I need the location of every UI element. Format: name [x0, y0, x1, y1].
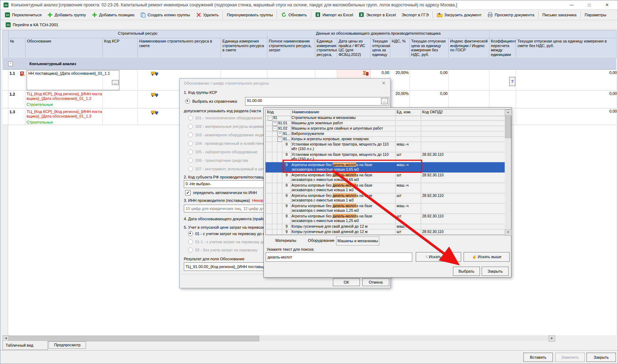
select-from-reference-radio[interactable] — [185, 99, 190, 104]
dialog-close-icon[interactable]: ✕ — [382, 80, 386, 86]
price-smeta-cell[interactable]: 0,00 — [516, 109, 618, 113]
scroll-up-icon[interactable]: ▲ — [505, 109, 511, 116]
ksr-group-option-radio[interactable] — [188, 149, 193, 154]
tree-item-unit: шт — [397, 173, 419, 177]
ksr-code-picker-button[interactable]: ... — [381, 98, 388, 104]
collapse-node-icon[interactable]: − — [273, 126, 277, 131]
select-button[interactable]: Выбрать — [453, 267, 480, 276]
tree-row[interactable]: 9Агрегаты копровые без дизель-молота на … — [266, 214, 505, 224]
tree-row[interactable]: −91Строительные машины и механизмы — [266, 115, 505, 121]
expand-node-icon[interactable]: + — [278, 132, 282, 136]
add-group-button[interactable]: Добавить группу — [44, 11, 89, 19]
tree-row[interactable]: +91...Вибропогружатели — [266, 131, 505, 137]
ok-button[interactable]: ОК — [333, 278, 360, 286]
transport-option-radio[interactable] — [188, 248, 193, 252]
ksr-group-option-radio[interactable] — [188, 141, 193, 146]
tree-row[interactable]: 9Агрегаты копровые без дизель-молота на … — [266, 172, 505, 183]
cancel-button[interactable]: Отмена — [362, 278, 389, 286]
maximize-button[interactable]: □ — [581, 0, 597, 10]
tree-row[interactable]: 9Установки копровые на базе трактора, мо… — [266, 152, 505, 163]
goto-ka-tsn-button[interactable]: КА Перейти в КА ТСН-2001 — [2, 21, 61, 29]
close-window-button[interactable]: Закрыть — [586, 353, 616, 362]
ksr-group-option-radio[interactable] — [188, 158, 193, 163]
transport-option-radio[interactable] — [188, 231, 193, 236]
close-picker-button[interactable]: Закрыть — [482, 267, 509, 276]
tree-leaf-code: 9 — [282, 183, 288, 188]
price-novat-cell[interactable]: 0,00 — [409, 70, 449, 75]
tree-item-okpd: 28.92.30.110 — [422, 193, 472, 198]
replace-button[interactable]: Заменить — [555, 353, 585, 362]
truck-icon[interactable] — [151, 71, 159, 76]
copy-group-button[interactable]: Создать копию группы — [137, 11, 193, 19]
collapse-node-icon[interactable]: − — [278, 137, 282, 142]
price-cell[interactable]: 0,00 — [370, 70, 391, 75]
tree-row[interactable]: −91.02Машины и агрегаты для свайных и шп… — [266, 126, 505, 131]
export-excel-button[interactable]: XЭкспорт в Excel — [356, 11, 399, 19]
horizontal-scrollbar[interactable]: ◀ ▶ — [2, 335, 555, 341]
truck-icon[interactable] — [151, 92, 159, 98]
customer-letter-button[interactable]: Письмо заказчика — [540, 11, 579, 18]
upload-document-button[interactable]: Загрузить документ — [434, 11, 484, 19]
tree-row[interactable]: −91...Копры и агрегаты копровые, кроме п… — [266, 136, 505, 142]
tab-equipment[interactable]: Оборудование — [304, 238, 339, 243]
tree-row[interactable]: 9Агрегаты копровые без дизель-молота на … — [266, 193, 505, 204]
search-up-button[interactable]: ☝ Искать выше — [464, 252, 510, 262]
insert-button[interactable]: Вставить — [523, 353, 553, 362]
basis-cell-editor[interactable]: НН поставщика}_{Дата обоснования}_01_1.1… — [27, 70, 119, 90]
view-tab-table[interactable]: Табличный вид — [2, 341, 48, 350]
toolbar-button-label: Экспорт в Excel — [366, 13, 396, 17]
view-document-button[interactable]: Просмотр документа — [484, 11, 537, 19]
view-tab-preview[interactable]: Предпросмотр — [49, 341, 86, 349]
add-position-button[interactable]: Добавить позицию — [89, 11, 137, 19]
minimize-button[interactable]: — — [563, 0, 580, 10]
scrollbar-thumb[interactable] — [8, 336, 259, 341]
ksr-code-input[interactable]: 91.00.00 ... — [245, 97, 389, 106]
ksr-group-option-radio[interactable] — [188, 115, 193, 120]
export-gge-button[interactable]: Экспорт в ГГЭ — [399, 11, 431, 18]
app-icon: КА — [3, 2, 9, 8]
price-novat-cell[interactable]: 0,00 — [409, 91, 449, 96]
scroll-right-icon[interactable]: ▶ — [549, 335, 555, 342]
tree-item-unit: маш.-ч — [397, 183, 419, 188]
delete-button[interactable]: Удалить — [193, 11, 222, 19]
vat-cell[interactable]: 20,00% — [390, 70, 410, 75]
tab-materials[interactable]: Материалы — [269, 238, 303, 243]
scroll-down-icon[interactable]: ▼ — [505, 229, 511, 236]
ksr-group-option-radio[interactable] — [188, 132, 193, 137]
price-smeta-cell[interactable]: 0,00 — [516, 70, 618, 75]
tree-row[interactable]: 9Агрегаты копровые без дизель-молота на … — [266, 183, 505, 193]
transport-option-radio[interactable] — [188, 239, 193, 244]
coefficient-help-button[interactable]: ? — [509, 77, 515, 86]
expand-node-icon[interactable]: + — [273, 121, 277, 126]
vat-cell[interactable]: 20,00% — [390, 91, 410, 96]
basis-cell[interactable]: ТЦ_{Код КСР}_{Код региона}_{ИНН поставщи… — [27, 92, 103, 101]
tree-row[interactable]: 9Копры гусеничные для свай длиной до 12 … — [266, 229, 505, 235]
auto-inn-checkbox[interactable]: ✓ — [185, 190, 191, 195]
truck-icon[interactable] — [151, 110, 159, 115]
parameters-button[interactable]: Параметры — [582, 11, 609, 18]
ksr-group-option-radio[interactable] — [188, 166, 193, 171]
tree-row[interactable]: +91.01Машины для земляных работ — [266, 120, 505, 126]
ksr-group-option-radio[interactable] — [188, 124, 193, 129]
search-down-button[interactable]: ☟ Искать ниже — [416, 252, 461, 262]
close-button[interactable]: ✕ — [599, 0, 615, 10]
basis-cell[interactable]: ТЦ_{Код КСР}_{Код региона}_{ИНН поставщи… — [27, 109, 103, 119]
basis-ellipsis-button[interactable]: ... — [112, 80, 119, 85]
tree-row-selected[interactable]: 9Агрегаты копровые без дизель-молота на … — [266, 162, 505, 173]
switch-button[interactable]: КАПереключиться — [2, 11, 44, 19]
dialog-title-bar[interactable]: Обоснование / шифр строительного ресурса… — [180, 79, 391, 88]
tab-machines-active[interactable]: Машины и механизмы — [336, 237, 379, 245]
renumber-groups-button[interactable]: Перенумеровать группы — [224, 11, 276, 18]
column-header: № — [8, 38, 25, 58]
tree-scrollbar[interactable]: ▲▼ — [505, 109, 511, 235]
tree-row[interactable]: 9Копры гусеничные для свай длиной до 12 … — [266, 224, 505, 229]
scrollbar-thumb[interactable] — [505, 115, 511, 138]
collapse-section-icon[interactable]: − — [8, 62, 13, 66]
price-smeta-cell[interactable]: 0,00 — [516, 91, 618, 96]
collapse-node-icon[interactable]: − — [268, 116, 272, 120]
refresh-button[interactable]: Обновить — [278, 11, 310, 19]
tree-row[interactable]: 9Установки копровые на базе трактора, мо… — [266, 142, 505, 152]
import-excel-button[interactable]: XИмпорт из Excel — [312, 11, 356, 19]
tree-row[interactable]: 9Агрегаты копровые без дизель-молота на … — [266, 203, 505, 214]
search-input[interactable] — [266, 252, 412, 262]
